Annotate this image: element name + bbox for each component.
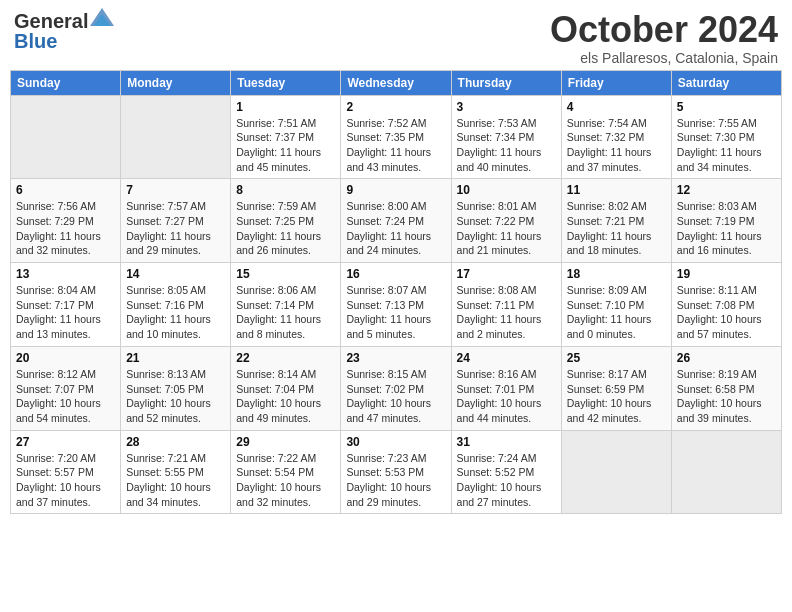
day-info: Sunrise: 7:24 AMSunset: 5:52 PMDaylight:… — [457, 451, 556, 510]
day-number: 27 — [16, 435, 115, 449]
calendar-cell: 14Sunrise: 8:05 AMSunset: 7:16 PMDayligh… — [121, 263, 231, 347]
day-info: Sunrise: 8:13 AMSunset: 7:05 PMDaylight:… — [126, 367, 225, 426]
day-info: Sunrise: 7:51 AMSunset: 7:37 PMDaylight:… — [236, 116, 335, 175]
day-info: Sunrise: 7:53 AMSunset: 7:34 PMDaylight:… — [457, 116, 556, 175]
day-number: 19 — [677, 267, 776, 281]
calendar-cell: 21Sunrise: 8:13 AMSunset: 7:05 PMDayligh… — [121, 346, 231, 430]
calendar-cell: 22Sunrise: 8:14 AMSunset: 7:04 PMDayligh… — [231, 346, 341, 430]
day-info: Sunrise: 8:17 AMSunset: 6:59 PMDaylight:… — [567, 367, 666, 426]
col-header-tuesday: Tuesday — [231, 70, 341, 95]
day-info: Sunrise: 8:08 AMSunset: 7:11 PMDaylight:… — [457, 283, 556, 342]
calendar-cell: 3Sunrise: 7:53 AMSunset: 7:34 PMDaylight… — [451, 95, 561, 179]
day-info: Sunrise: 8:09 AMSunset: 7:10 PMDaylight:… — [567, 283, 666, 342]
calendar-cell: 17Sunrise: 8:08 AMSunset: 7:11 PMDayligh… — [451, 263, 561, 347]
logo-blue-text: Blue — [14, 30, 57, 52]
col-header-monday: Monday — [121, 70, 231, 95]
day-info: Sunrise: 7:59 AMSunset: 7:25 PMDaylight:… — [236, 199, 335, 258]
day-number: 25 — [567, 351, 666, 365]
day-info: Sunrise: 8:16 AMSunset: 7:01 PMDaylight:… — [457, 367, 556, 426]
day-info: Sunrise: 8:01 AMSunset: 7:22 PMDaylight:… — [457, 199, 556, 258]
day-number: 23 — [346, 351, 445, 365]
calendar-week-1: 1Sunrise: 7:51 AMSunset: 7:37 PMDaylight… — [11, 95, 782, 179]
day-number: 7 — [126, 183, 225, 197]
day-number: 5 — [677, 100, 776, 114]
calendar-cell: 29Sunrise: 7:22 AMSunset: 5:54 PMDayligh… — [231, 430, 341, 514]
calendar-cell: 15Sunrise: 8:06 AMSunset: 7:14 PMDayligh… — [231, 263, 341, 347]
calendar-cell: 16Sunrise: 8:07 AMSunset: 7:13 PMDayligh… — [341, 263, 451, 347]
logo-icon — [90, 8, 114, 26]
calendar-cell — [121, 95, 231, 179]
day-info: Sunrise: 7:23 AMSunset: 5:53 PMDaylight:… — [346, 451, 445, 510]
calendar-week-4: 20Sunrise: 8:12 AMSunset: 7:07 PMDayligh… — [11, 346, 782, 430]
day-info: Sunrise: 8:07 AMSunset: 7:13 PMDaylight:… — [346, 283, 445, 342]
day-info: Sunrise: 8:15 AMSunset: 7:02 PMDaylight:… — [346, 367, 445, 426]
day-number: 15 — [236, 267, 335, 281]
calendar-cell — [561, 430, 671, 514]
day-info: Sunrise: 7:57 AMSunset: 7:27 PMDaylight:… — [126, 199, 225, 258]
title-block: October 2024 els Pallaresos, Catalonia, … — [550, 10, 778, 66]
day-number: 4 — [567, 100, 666, 114]
day-info: Sunrise: 8:14 AMSunset: 7:04 PMDaylight:… — [236, 367, 335, 426]
day-info: Sunrise: 8:12 AMSunset: 7:07 PMDaylight:… — [16, 367, 115, 426]
day-number: 30 — [346, 435, 445, 449]
day-number: 10 — [457, 183, 556, 197]
calendar-cell — [11, 95, 121, 179]
col-header-thursday: Thursday — [451, 70, 561, 95]
calendar-cell: 5Sunrise: 7:55 AMSunset: 7:30 PMDaylight… — [671, 95, 781, 179]
day-number: 28 — [126, 435, 225, 449]
day-info: Sunrise: 8:04 AMSunset: 7:17 PMDaylight:… — [16, 283, 115, 342]
day-number: 12 — [677, 183, 776, 197]
day-number: 24 — [457, 351, 556, 365]
day-info: Sunrise: 8:06 AMSunset: 7:14 PMDaylight:… — [236, 283, 335, 342]
col-header-saturday: Saturday — [671, 70, 781, 95]
month-title: October 2024 — [550, 10, 778, 50]
calendar-cell: 6Sunrise: 7:56 AMSunset: 7:29 PMDaylight… — [11, 179, 121, 263]
logo-general-text: General — [14, 11, 88, 31]
calendar-cell: 28Sunrise: 7:21 AMSunset: 5:55 PMDayligh… — [121, 430, 231, 514]
day-number: 1 — [236, 100, 335, 114]
day-info: Sunrise: 7:54 AMSunset: 7:32 PMDaylight:… — [567, 116, 666, 175]
calendar-cell: 1Sunrise: 7:51 AMSunset: 7:37 PMDaylight… — [231, 95, 341, 179]
day-info: Sunrise: 7:22 AMSunset: 5:54 PMDaylight:… — [236, 451, 335, 510]
calendar-cell: 2Sunrise: 7:52 AMSunset: 7:35 PMDaylight… — [341, 95, 451, 179]
calendar-cell — [671, 430, 781, 514]
day-number: 8 — [236, 183, 335, 197]
day-info: Sunrise: 7:21 AMSunset: 5:55 PMDaylight:… — [126, 451, 225, 510]
day-number: 9 — [346, 183, 445, 197]
day-number: 22 — [236, 351, 335, 365]
calendar-cell: 12Sunrise: 8:03 AMSunset: 7:19 PMDayligh… — [671, 179, 781, 263]
day-number: 14 — [126, 267, 225, 281]
day-number: 2 — [346, 100, 445, 114]
day-info: Sunrise: 8:00 AMSunset: 7:24 PMDaylight:… — [346, 199, 445, 258]
day-info: Sunrise: 8:11 AMSunset: 7:08 PMDaylight:… — [677, 283, 776, 342]
day-number: 6 — [16, 183, 115, 197]
day-number: 18 — [567, 267, 666, 281]
day-number: 31 — [457, 435, 556, 449]
day-number: 29 — [236, 435, 335, 449]
day-number: 26 — [677, 351, 776, 365]
calendar-cell: 23Sunrise: 8:15 AMSunset: 7:02 PMDayligh… — [341, 346, 451, 430]
col-header-wednesday: Wednesday — [341, 70, 451, 95]
day-number: 17 — [457, 267, 556, 281]
calendar-cell: 20Sunrise: 8:12 AMSunset: 7:07 PMDayligh… — [11, 346, 121, 430]
day-info: Sunrise: 8:05 AMSunset: 7:16 PMDaylight:… — [126, 283, 225, 342]
col-header-sunday: Sunday — [11, 70, 121, 95]
day-number: 13 — [16, 267, 115, 281]
day-info: Sunrise: 7:56 AMSunset: 7:29 PMDaylight:… — [16, 199, 115, 258]
day-info: Sunrise: 8:03 AMSunset: 7:19 PMDaylight:… — [677, 199, 776, 258]
calendar-cell: 11Sunrise: 8:02 AMSunset: 7:21 PMDayligh… — [561, 179, 671, 263]
calendar-week-5: 27Sunrise: 7:20 AMSunset: 5:57 PMDayligh… — [11, 430, 782, 514]
calendar-cell: 31Sunrise: 7:24 AMSunset: 5:52 PMDayligh… — [451, 430, 561, 514]
calendar-cell: 19Sunrise: 8:11 AMSunset: 7:08 PMDayligh… — [671, 263, 781, 347]
calendar-cell: 25Sunrise: 8:17 AMSunset: 6:59 PMDayligh… — [561, 346, 671, 430]
day-info: Sunrise: 7:52 AMSunset: 7:35 PMDaylight:… — [346, 116, 445, 175]
calendar-cell: 13Sunrise: 8:04 AMSunset: 7:17 PMDayligh… — [11, 263, 121, 347]
calendar-cell: 4Sunrise: 7:54 AMSunset: 7:32 PMDaylight… — [561, 95, 671, 179]
day-info: Sunrise: 8:19 AMSunset: 6:58 PMDaylight:… — [677, 367, 776, 426]
calendar-cell: 24Sunrise: 8:16 AMSunset: 7:01 PMDayligh… — [451, 346, 561, 430]
day-number: 3 — [457, 100, 556, 114]
calendar-cell: 8Sunrise: 7:59 AMSunset: 7:25 PMDaylight… — [231, 179, 341, 263]
calendar-cell: 7Sunrise: 7:57 AMSunset: 7:27 PMDaylight… — [121, 179, 231, 263]
calendar-header-row: SundayMondayTuesdayWednesdayThursdayFrid… — [11, 70, 782, 95]
calendar-cell: 30Sunrise: 7:23 AMSunset: 5:53 PMDayligh… — [341, 430, 451, 514]
